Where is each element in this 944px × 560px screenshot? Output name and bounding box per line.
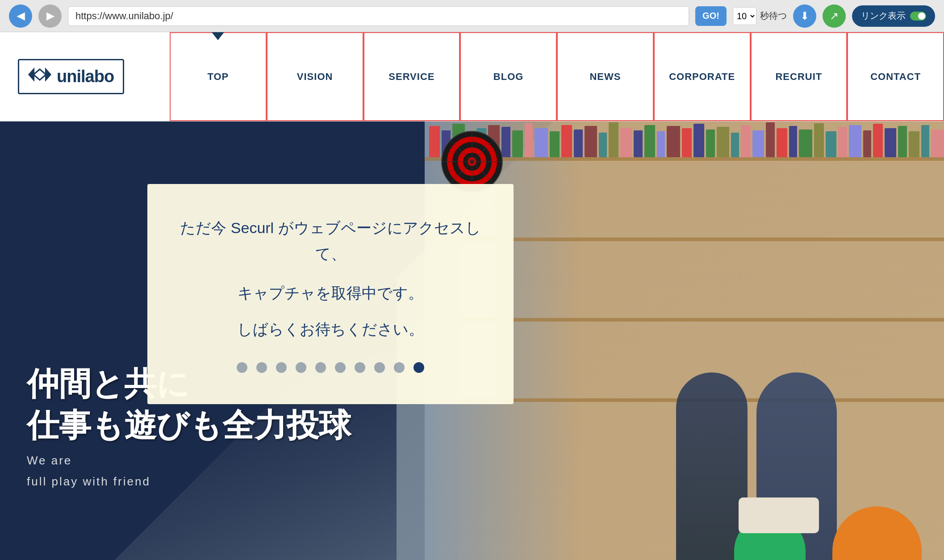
progress-dots: [174, 362, 487, 373]
modal-text-line1: ただ今 Securl がウェブページにアクセスして、: [174, 215, 487, 267]
dot-7: [355, 362, 365, 373]
back-icon: ◀: [17, 10, 25, 22]
dartboard: [441, 130, 503, 193]
wait-seconds-select[interactable]: 10 5 15 30: [733, 7, 756, 25]
wait-control: 10 5 15 30 秒待つ: [733, 7, 787, 25]
forward-button[interactable]: ▶: [38, 4, 62, 28]
go-button[interactable]: GO!: [695, 6, 727, 26]
browser-chrome: ◀ ▶ GO! 10 5 15 30 秒待つ ⬇ ↗ リンク表示: [0, 0, 944, 32]
hero-sub-text-line1: We are: [27, 454, 351, 468]
logo-icon: [28, 66, 51, 88]
logo-area: unilabo: [0, 32, 170, 121]
hero-section: 仲間と共に 仕事も遊びも全力投球 We are full play with f…: [0, 121, 944, 560]
nav-item-service[interactable]: SERVICE: [363, 32, 460, 121]
dot-1: [237, 362, 247, 373]
dot-3: [276, 362, 287, 373]
nav-item-top[interactable]: TOP: [170, 32, 267, 121]
nav-item-recruit[interactable]: RECRUIT: [751, 32, 848, 121]
address-bar[interactable]: [68, 6, 689, 26]
nav-item-vision[interactable]: VISION: [267, 32, 363, 121]
nav-item-blog[interactable]: BLOG: [460, 32, 557, 121]
dot-9: [394, 362, 405, 373]
nav-items: TOP VISION SERVICE BLOG NEWS CORPORATE R…: [170, 32, 944, 121]
logo: unilabo: [18, 59, 124, 94]
website-content: unilabo TOP VISION SERVICE BLOG NEWS COR…: [0, 32, 944, 560]
dot-6: [335, 362, 346, 373]
link-display-button[interactable]: リンク表示: [852, 5, 935, 27]
svg-marker-2: [33, 69, 46, 80]
dot-8: [374, 362, 385, 373]
dot-10: [414, 362, 424, 373]
nav-item-corporate[interactable]: CORPORATE: [654, 32, 751, 121]
hero-sub-text-line2: full play with friend: [27, 475, 351, 489]
nav-item-news[interactable]: NEWS: [557, 32, 654, 121]
dot-5: [315, 362, 326, 373]
modal-text-line3: しばらくお待ちください。: [174, 319, 487, 340]
forward-icon: ▶: [46, 10, 54, 22]
wait-label: 秒待つ: [760, 10, 787, 22]
dot-2: [256, 362, 267, 373]
logo-text: unilabo: [57, 67, 114, 86]
modal-text-line2: キャプチャを取得中です。: [174, 280, 487, 306]
back-button[interactable]: ◀: [9, 4, 32, 28]
share-button[interactable]: ↗: [823, 4, 846, 28]
loading-modal: ただ今 Securl がウェブページにアクセスして、 キャプチャを取得中です。 …: [147, 184, 514, 404]
link-display-label: リンク表示: [861, 10, 906, 22]
nav-item-contact[interactable]: CONTACT: [847, 32, 944, 121]
table: [739, 497, 819, 533]
download-button[interactable]: ⬇: [793, 4, 816, 28]
hero-main-text-line2: 仕事も遊びも全力投球: [27, 405, 351, 447]
toggle-icon: [910, 12, 926, 21]
site-navigation: unilabo TOP VISION SERVICE BLOG NEWS COR…: [0, 32, 944, 121]
share-icon: ↗: [830, 10, 839, 22]
download-icon: ⬇: [800, 10, 809, 22]
dot-4: [296, 362, 306, 373]
